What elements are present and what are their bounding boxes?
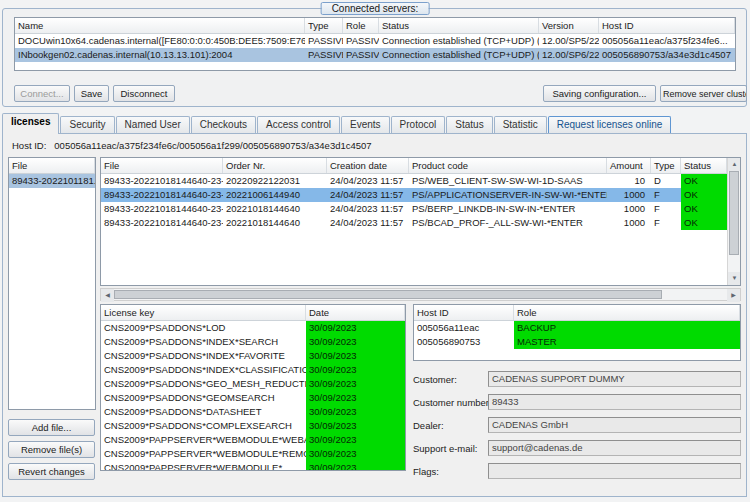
support-email-field[interactable]: support@cadenas.de: [488, 440, 741, 456]
servers-col-type[interactable]: Type: [305, 18, 343, 33]
server-role: PASSIVE: [343, 34, 379, 48]
license-row[interactable]: 89433-20221018144640-23-03-27_jofl.cnsld…: [101, 174, 727, 188]
tab-statistic[interactable]: Statistic: [494, 116, 547, 133]
key-name: CNS2009*PSADDONS*GEOMSEARCH: [101, 391, 306, 405]
role-value: MASTER: [514, 335, 740, 349]
scroll-right-icon[interactable]: ▶: [727, 289, 740, 302]
connect-button[interactable]: Connect...: [14, 85, 70, 102]
file-list-header: File: [9, 158, 95, 174]
license-files-table-content: File Order Nr. Creation date Product cod…: [101, 158, 727, 285]
servers-col-version[interactable]: Version: [539, 18, 599, 33]
tab-request-licenses-online[interactable]: Request licenses online: [548, 116, 672, 133]
servers-col-hostid[interactable]: Host ID: [599, 18, 735, 33]
key-date: 30/09/2023: [306, 391, 405, 405]
role-col-host-id[interactable]: Host ID: [414, 305, 514, 320]
key-date: 30/09/2023: [306, 349, 405, 363]
tab-access-control[interactable]: Access control: [257, 116, 340, 133]
role-value: BACKUP: [514, 321, 740, 335]
server-name: INbookgen02.cadenas.internal(10.13.13.10…: [15, 48, 305, 62]
customer-field[interactable]: CADENAS SUPPORT DUMMY: [488, 371, 741, 387]
add-file-button[interactable]: Add file...: [8, 419, 95, 436]
lic-status-badge: OK: [681, 202, 727, 216]
license-key-row[interactable]: CNS2009*PAPPSERVER*WEBMODULE*REMOTEFILES…: [101, 447, 405, 461]
disconnect-button[interactable]: Disconnect: [113, 85, 175, 102]
license-key-row[interactable]: CNS2009*PSADDONS*COMPLEXSEARCH30/09/2023: [101, 419, 405, 433]
license-key-row[interactable]: CNS2009*PSADDONS*INDEX*CLASSIFICATION30/…: [101, 363, 405, 377]
saving-configuration-button[interactable]: Saving configuration...: [543, 85, 656, 102]
key-date: 30/09/2023: [306, 363, 405, 377]
license-files-table: File Order Nr. Creation date Product cod…: [100, 157, 741, 286]
tab-events[interactable]: Events: [341, 116, 390, 133]
tab-checkouts[interactable]: Checkouts: [191, 116, 256, 133]
key-name: CNS2009*PSADDONS*GEO_MESH_REDUCTION: [101, 377, 306, 391]
tab-licenses[interactable]: licenses: [2, 113, 59, 134]
license-table-hscrollbar[interactable]: ◀ ▶: [100, 288, 741, 301]
server-row-selected[interactable]: INbookgen02.cadenas.internal(10.13.13.10…: [15, 48, 735, 62]
dealer-field[interactable]: CADENAS GmbH: [488, 417, 741, 433]
tab-protocol[interactable]: Protocol: [391, 116, 446, 133]
lic-type: F: [651, 188, 681, 202]
key-date: 30/09/2023: [306, 405, 405, 419]
host-role-row[interactable]: 005056890753 MASTER: [414, 335, 740, 349]
license-key-row[interactable]: CNS2009*PSADDONS*GEOMSEARCH30/09/2023: [101, 391, 405, 405]
license-key-row[interactable]: CNS2009*PSADDONS*INDEX*SEARCH30/09/2023: [101, 335, 405, 349]
license-row-selected[interactable]: 89433-20221018144640-23-03-27_jofl.cnsld…: [101, 188, 727, 202]
license-table-vscrollbar[interactable]: ▲ ▼: [727, 158, 740, 285]
host-role-table: Host ID Role 005056a11eac BACKUP 0050568…: [413, 304, 741, 361]
license-row[interactable]: 89433-20221018144640-23-03-27_jofl.cnsld…: [101, 216, 727, 230]
lic-col-type[interactable]: Type: [651, 158, 681, 173]
dealer-label: Dealer:: [413, 420, 444, 431]
host-role-header: Host ID Role: [414, 305, 740, 321]
remove-server-cluster-button[interactable]: Remove server cluster: [660, 85, 747, 102]
tab-status[interactable]: Status: [446, 116, 492, 133]
file-list-item-selected[interactable]: 89433-2022101181...: [9, 174, 95, 188]
tab-security[interactable]: Security: [60, 116, 114, 133]
lic-col-creation-date[interactable]: Creation date: [327, 158, 409, 173]
flags-field[interactable]: [488, 463, 741, 479]
lic-product: PS/WEB_CLIENT-SW-SW-WI-1D-SAAS: [409, 174, 607, 188]
scroll-down-icon[interactable]: ▼: [728, 272, 741, 285]
lic-col-status[interactable]: Status: [681, 158, 727, 173]
tab-named-user[interactable]: Named User: [116, 116, 190, 133]
license-row[interactable]: 89433-20221018144640-23-03-27_jofl.cnsld…: [101, 202, 727, 216]
license-key-row[interactable]: CNS2009*PSADDONS*GEO_MESH_REDUCTION30/09…: [101, 377, 405, 391]
key-date: 30/09/2023: [306, 335, 405, 349]
vscrollbar-thumb[interactable]: [729, 171, 739, 255]
file-list-col-file[interactable]: File: [9, 158, 95, 173]
role-col-role[interactable]: Role: [514, 305, 740, 320]
lic-col-amount[interactable]: Amount: [607, 158, 651, 173]
key-name: CNS2009*PSADDONS*INDEX*FAVORITE: [101, 349, 306, 363]
key-col-license-key[interactable]: License key: [101, 305, 306, 320]
host-role-row[interactable]: 005056a11eac BACKUP: [414, 321, 740, 335]
save-button[interactable]: Save: [74, 85, 109, 102]
license-key-header: License key Date: [101, 305, 405, 321]
host-id-label: Host ID:: [12, 140, 46, 151]
key-name: CNS2009*PAPPSERVER*WEBMODULE*WEBAPI: [101, 433, 306, 447]
lic-type: F: [651, 216, 681, 230]
scroll-up-icon[interactable]: ▲: [728, 158, 741, 171]
servers-col-role[interactable]: Role: [343, 18, 379, 33]
servers-col-name[interactable]: Name: [15, 18, 305, 33]
license-key-row[interactable]: CNS2009*PAPPSERVER*WEBMODULE*WEBAPI30/09…: [101, 433, 405, 447]
remove-file-button[interactable]: Remove file(s): [8, 441, 95, 458]
lic-order: 20221018144640: [223, 202, 327, 216]
lic-col-file[interactable]: File: [101, 158, 223, 173]
license-key-row[interactable]: CNS2009*PAPPSERVER*WEBMODULE*30/09/2023: [101, 461, 405, 471]
lic-file: 89433-20221018144640-23-03-27_jofl.cnsld…: [101, 188, 223, 202]
customer-number-field[interactable]: 89433: [488, 394, 741, 410]
customer-label: Customer:: [413, 374, 457, 385]
lic-date: 24/04/2023 11:57: [327, 174, 409, 188]
lic-col-product-code[interactable]: Product code: [409, 158, 607, 173]
lic-col-order[interactable]: Order Nr.: [223, 158, 327, 173]
server-hostid: 005056a11eac/a375f234fe6...: [599, 34, 735, 48]
license-key-row[interactable]: CNS2009*PSADDONS*DATASHEET30/09/2023: [101, 405, 405, 419]
hscrollbar-thumb[interactable]: [114, 290, 662, 299]
license-key-row[interactable]: CNS2009*PSADDONS*INDEX*FAVORITE30/09/202…: [101, 349, 405, 363]
server-row[interactable]: DOCUwin10x64.cadenas.internal([FE80:0:0:…: [15, 34, 735, 48]
license-key-row[interactable]: CNS2009*PSADDONS*LOD30/09/2023: [101, 321, 405, 335]
servers-col-status[interactable]: Status: [379, 18, 539, 33]
key-col-date[interactable]: Date: [306, 305, 405, 320]
key-date: 30/09/2023: [306, 433, 405, 447]
revert-changes-button[interactable]: Revert changes: [8, 463, 95, 480]
scroll-left-icon[interactable]: ◀: [101, 289, 114, 302]
